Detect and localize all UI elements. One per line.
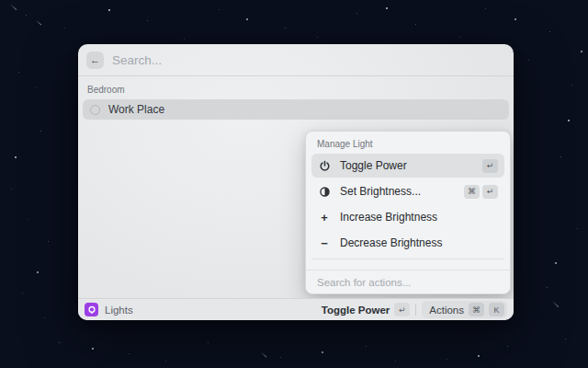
back-button[interactable]: ← xyxy=(86,52,104,69)
primary-action-label: Toggle Power xyxy=(322,305,390,316)
half-circle-icon xyxy=(318,185,331,198)
launcher-window: ← Bedroom Work Place Manage Light Toggle… xyxy=(78,44,514,320)
action-panel: Manage Light Toggle Power ↵ xyxy=(305,131,511,294)
list-item-work-place[interactable]: Work Place xyxy=(83,99,509,120)
k-key-hint: K xyxy=(489,303,504,316)
list-item-label: Work Place xyxy=(108,103,164,116)
divider xyxy=(311,259,504,259)
action-set-brightness[interactable]: Set Brightness... ⌘ ↵ xyxy=(311,179,504,203)
actions-menu-button[interactable]: Actions ⌘ K xyxy=(422,301,507,318)
shortcut-hints: ⌘ ↵ xyxy=(464,185,498,199)
action-label: Set Brightness... xyxy=(340,185,421,198)
light-circle-icon xyxy=(90,105,100,115)
plus-icon: + xyxy=(318,211,331,224)
star-streak xyxy=(261,351,267,357)
actions-label: Actions xyxy=(429,305,464,316)
search-input[interactable] xyxy=(112,53,505,67)
star-streak xyxy=(552,301,559,307)
action-decrease-brightness[interactable]: − Decrease Brightness xyxy=(311,231,504,255)
action-panel-list: Toggle Power ↵ Set Brightness... ⌘ ↵ xyxy=(306,154,510,270)
star-streak xyxy=(36,19,42,25)
status-bar-actions: Toggle Power ↵ Actions ⌘ K xyxy=(322,301,507,318)
section-label: Bedroom xyxy=(78,76,514,99)
app-name: Lights xyxy=(105,305,133,316)
stars-bright xyxy=(0,0,2,2)
divider xyxy=(415,305,416,316)
return-key-hint: ↵ xyxy=(482,159,498,173)
action-label: Increase Brightness xyxy=(340,211,437,224)
status-bar: Lights Toggle Power ↵ Actions ⌘ K xyxy=(78,298,514,320)
minus-icon: − xyxy=(318,236,331,249)
action-increase-brightness[interactable]: + Increase Brightness xyxy=(311,205,504,229)
lights-app-icon xyxy=(85,303,98,316)
command-key-hint: ⌘ xyxy=(464,185,480,199)
action-label: Toggle Power xyxy=(340,159,407,172)
star-streak xyxy=(10,4,17,10)
power-icon xyxy=(318,159,331,172)
action-toggle-power[interactable]: Toggle Power ↵ xyxy=(311,154,504,178)
command-key-hint: ⌘ xyxy=(469,303,484,316)
action-search-input[interactable] xyxy=(317,277,499,288)
primary-action-button[interactable]: Toggle Power ↵ xyxy=(322,303,411,316)
shortcut-hints: ↵ xyxy=(482,159,498,173)
search-bar: ← xyxy=(78,44,514,76)
action-panel-title: Manage Light xyxy=(306,132,510,154)
action-search-bar xyxy=(306,270,510,293)
return-key-hint: ↵ xyxy=(482,185,498,199)
return-key-hint: ↵ xyxy=(394,303,410,316)
action-label: Decrease Brightness xyxy=(340,236,442,249)
